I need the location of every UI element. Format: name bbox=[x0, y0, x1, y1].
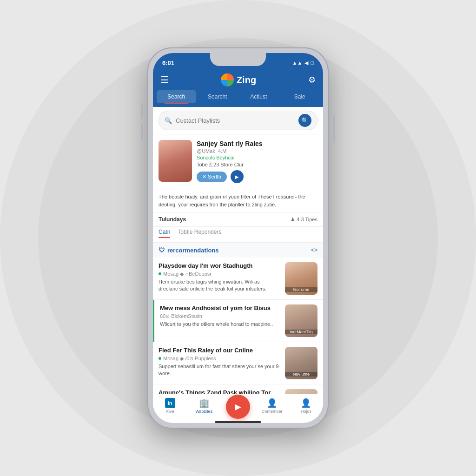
featured-handle: @UMak. 4.M bbox=[197, 148, 317, 154]
search-input-wrap: 🔍 🔍 bbox=[159, 111, 317, 130]
featured-meta: Tobe £.23 Store Clur bbox=[197, 162, 317, 167]
featured-avatar bbox=[159, 140, 192, 182]
search-magnifier-icon: 🔍 bbox=[165, 117, 172, 124]
nav-label-rive: Rive bbox=[166, 409, 174, 414]
main-content: Sanjey Sant rly Rales @UMak. 4.M Soncols… bbox=[153, 134, 323, 394]
featured-info: Sanjey Sant rly Rales @UMak. 4.M Soncols… bbox=[197, 140, 317, 183]
app-logo: Zing bbox=[221, 73, 256, 86]
search-input[interactable] bbox=[176, 117, 295, 124]
sub-tab-tobtle[interactable]: Tobtle Reponders bbox=[178, 229, 221, 238]
person-image-4 bbox=[285, 389, 317, 394]
featured-description: The beasle hualy. and grain rif youn fil… bbox=[153, 189, 323, 212]
thumbnail-label: Nor ume bbox=[285, 287, 317, 292]
featured-actions: ✕ Serlth ▶ bbox=[197, 170, 317, 183]
shield-icon: 🛡 bbox=[159, 246, 165, 254]
status-dot-icon bbox=[159, 272, 161, 275]
bottom-navigation: in Rive 🏢 Wabsites ▶ 👤 Comember 👤 Hojos bbox=[153, 394, 323, 419]
recommendations-header: 🛡 rercormendations <> bbox=[153, 243, 323, 258]
list-item-title: Playsdow day I'm wor Stadhugth bbox=[159, 262, 280, 270]
section-link[interactable]: <> bbox=[311, 247, 317, 253]
volume-down-button bbox=[141, 124, 143, 140]
linkedin-icon: in bbox=[165, 398, 175, 408]
status-dot-icon bbox=[159, 357, 161, 360]
list-item-content: Fled Fer This Raley of our Cnline Mosag … bbox=[159, 347, 280, 377]
thumbnail-label: Nuv ume bbox=[285, 372, 317, 377]
stats-value: ♟ 4 3 Tipes bbox=[291, 217, 317, 223]
list-item[interactable]: Amune's Things Zand Pask whiling Tor Lin… bbox=[153, 384, 323, 394]
list-item-desc: Hem ortake bes togis whing inwation. Wil… bbox=[159, 278, 280, 293]
phone-frame: 6:01 ▲▲ ◀ □ ☰ Zing ⚙ S bbox=[147, 47, 329, 429]
tab-searcht[interactable]: Searcht bbox=[198, 90, 238, 103]
comember-icon: 👤 bbox=[267, 398, 277, 408]
list-item-thumbnail bbox=[285, 389, 317, 394]
nav-item-rive[interactable]: in Rive bbox=[153, 398, 187, 414]
wifi-icon: ◀ bbox=[304, 60, 308, 66]
main-tabs: Search Searcht Actiust Sale bbox=[153, 90, 323, 107]
section-title: 🛡 rercormendations bbox=[159, 246, 219, 254]
status-time: 6:01 bbox=[162, 60, 174, 66]
nav-label-hojos: Hojos bbox=[301, 409, 311, 414]
thumbnail-label: IncrMentTitg bbox=[285, 330, 317, 334]
logo-icon bbox=[221, 73, 234, 86]
nav-item-comember[interactable]: 👤 Comember bbox=[255, 398, 289, 414]
tab-actiust[interactable]: Actiust bbox=[239, 90, 278, 103]
list-item-meta: Mosag ◆ ∩BeDoupsr bbox=[159, 271, 280, 277]
list-item[interactable]: Mew mess Andhosist of yom for Bisus 60⊙ … bbox=[153, 300, 323, 342]
list-item-content: Mew mess Andhosist of yom for Bisus 60⊙ … bbox=[160, 304, 280, 328]
stats-row: Tulundays ♟ 4 3 Tipes bbox=[153, 212, 323, 227]
list-item-desc: Suppert sebastil um for fast that shere … bbox=[159, 363, 280, 377]
nav-item-websites[interactable]: 🏢 Wabsites bbox=[187, 398, 221, 414]
list-item-content: Playsdow day I'm wor Stadhugth Mosag ◆ ∩… bbox=[159, 262, 280, 293]
phone-notch bbox=[210, 53, 266, 66]
sub-tab-catn[interactable]: Catn bbox=[159, 229, 170, 238]
settings-icon[interactable]: ⚙ bbox=[308, 75, 316, 85]
featured-play-button[interactable]: ▶ bbox=[231, 170, 244, 183]
tab-search[interactable]: Search bbox=[157, 90, 196, 103]
list-item-desc: Wilcurt to you the otliers whele horad t… bbox=[160, 321, 280, 328]
signal-icon: ▲▲ bbox=[292, 60, 303, 66]
tab-sale[interactable]: Sale bbox=[280, 90, 320, 103]
list-item-title: Mew mess Andhosist of yom for Bisus bbox=[160, 304, 280, 312]
list-item-thumbnail: IncrMentTitg bbox=[285, 304, 317, 337]
featured-name: Sanjey Sant rly Rales bbox=[197, 140, 317, 147]
featured-card: Sanjey Sant rly Rales @UMak. 4.M Soncols… bbox=[153, 134, 323, 189]
play-center-button[interactable]: ▶ bbox=[226, 395, 250, 419]
list-item-content: Amune's Things Zand Pask whiling Tor Lin… bbox=[159, 389, 280, 394]
list-item[interactable]: Playsdow day I'm wor Stadhugth Mosag ◆ ∩… bbox=[153, 258, 323, 300]
sub-tabs: Catn Tobtle Reponders bbox=[153, 227, 323, 243]
nav-label-comember: Comember bbox=[262, 409, 283, 414]
list-item-meta: Mosag ◆ /0⊙ Puppless bbox=[159, 356, 280, 362]
status-icons: ▲▲ ◀ □ bbox=[292, 60, 314, 66]
list-item-title: Amune's Things Zand Pask whiling Tor bbox=[159, 389, 280, 394]
search-bar: 🔍 🔍 bbox=[153, 107, 323, 134]
home-bar bbox=[215, 421, 261, 423]
phone-screen: 6:01 ▲▲ ◀ □ ☰ Zing ⚙ S bbox=[153, 53, 323, 423]
list-item-thumbnail: Nuv ume bbox=[285, 347, 317, 379]
websites-icon: 🏢 bbox=[199, 398, 209, 408]
power-button bbox=[333, 115, 335, 143]
hojos-icon: 👤 bbox=[301, 398, 311, 408]
list-item-thumbnail: Nor ume bbox=[285, 262, 317, 295]
volume-up-button bbox=[141, 103, 143, 119]
battery-icon: □ bbox=[311, 60, 314, 66]
list-item-meta: 60⊙ BickemStasin bbox=[160, 313, 280, 319]
scene: 6:01 ▲▲ ◀ □ ☰ Zing ⚙ S bbox=[0, 0, 476, 476]
avatar-image bbox=[159, 140, 192, 182]
featured-link[interactable]: Soncols Beyhcall bbox=[197, 155, 317, 160]
app-header: ☰ Zing ⚙ bbox=[153, 70, 323, 90]
list-item[interactable]: Fled Fer This Raley of our Cnline Mosag … bbox=[153, 342, 323, 384]
stats-label: Tulundays bbox=[159, 216, 186, 223]
app-name: Zing bbox=[237, 75, 256, 86]
search-submit-button[interactable]: 🔍 bbox=[298, 114, 311, 127]
hamburger-menu-icon[interactable]: ☰ bbox=[160, 74, 169, 86]
list-item-title: Fled Fer This Raley of our Cnline bbox=[159, 347, 280, 355]
nav-item-hojos[interactable]: 👤 Hojos bbox=[289, 398, 323, 414]
switch-button[interactable]: ✕ Serlth bbox=[197, 172, 227, 182]
nav-label-websites: Wabsites bbox=[195, 409, 212, 414]
